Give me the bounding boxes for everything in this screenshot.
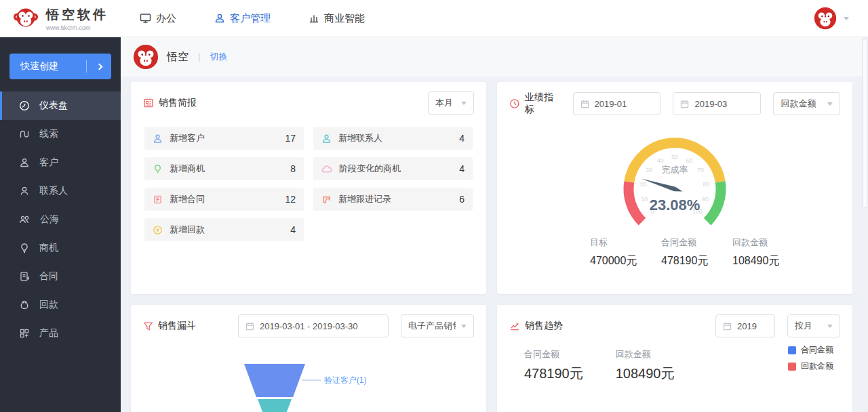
performance-card: 业绩指标 2019-01 2019-03 回款金额	[497, 82, 852, 294]
nav-item-business-intel[interactable]: 商业智能	[309, 12, 365, 25]
document-icon	[19, 271, 30, 282]
svg-text:50: 50	[671, 154, 678, 161]
calendar-icon	[680, 100, 689, 108]
sidebar-item-label: 仪表盘	[39, 100, 68, 112]
gauge-label: 完成率	[662, 165, 688, 175]
svg-text:60: 60	[686, 157, 692, 164]
stat-new-customers[interactable]: 新增客户 17	[144, 127, 304, 150]
sales-trend-card: 销售趋势 2019 按月 合同金额478190元 回款金额108490元	[497, 305, 852, 412]
contact-icon	[19, 186, 30, 197]
trend-contract-amount: 478190元	[524, 365, 583, 383]
quick-create-button[interactable]: 快速创建	[9, 54, 111, 79]
chevron-right-icon	[96, 63, 102, 70]
user-avatar	[814, 7, 837, 30]
nav-label: 办公	[156, 12, 176, 25]
department-select[interactable]: 电子产品销售:	[401, 314, 474, 337]
workspace-name: 悟空	[167, 50, 189, 64]
legend-payment-amount[interactable]: 回款金额	[788, 360, 833, 372]
wave-icon	[19, 129, 30, 140]
funnel-date-range-input[interactable]: 2019-03-01 - 2019-03-30	[238, 314, 389, 337]
calendar-icon	[245, 322, 254, 331]
workspace-header: 悟空 | 切换	[121, 37, 868, 77]
nav-item-customer-mgmt[interactable]: 客户管理	[214, 12, 271, 25]
gauge-arc-mid	[629, 143, 720, 182]
sidebar-item-contacts[interactable]: 联系人	[0, 177, 121, 205]
record-icon	[321, 194, 332, 205]
svg-text:90: 90	[702, 196, 709, 203]
svg-text:10: 10	[641, 196, 648, 203]
calendar-icon	[580, 100, 589, 108]
sidebar-item-label: 商机	[39, 242, 58, 254]
stat-stage-changed-opportunities[interactable]: 阶段变化的商机 4	[313, 157, 473, 180]
sales-brief-title: 销售简报	[143, 97, 197, 109]
group-by-select[interactable]: 按月	[787, 314, 840, 337]
money-bag-icon	[19, 300, 30, 310]
sidebar-item-products[interactable]: 产品	[0, 319, 121, 348]
funnel-icon	[143, 321, 153, 331]
person-icon	[214, 13, 225, 24]
sidebar-item-pool[interactable]: 公海	[0, 205, 121, 234]
svg-text:80: 80	[703, 181, 709, 188]
period-select[interactable]: 本月	[428, 91, 474, 115]
funnel-chart: 验证客户(1)	[131, 363, 486, 412]
bulb-icon	[153, 164, 163, 174]
sidebar-item-opportunities[interactable]: 商机	[0, 234, 121, 262]
clock-icon	[509, 98, 520, 109]
sidebar-item-label: 公海	[40, 213, 59, 226]
trend-up-icon	[509, 321, 520, 331]
monkey-logo-icon	[12, 5, 39, 32]
performance-title: 业绩指标	[509, 91, 562, 116]
year-input[interactable]: 2019	[715, 314, 775, 337]
stat-new-opportunities[interactable]: 新增商机 8	[144, 157, 304, 180]
funnel-stage-2	[258, 399, 292, 412]
grid-icon	[19, 328, 30, 339]
bar-chart-icon	[309, 13, 319, 24]
sidebar: 快速创建 仪表盘 线索 客户 联系人 公海	[0, 37, 121, 412]
gauge-arc-high	[707, 182, 721, 222]
caret-down-icon	[827, 325, 833, 328]
sidebar-item-contracts[interactable]: 合同	[0, 262, 121, 291]
payment-amount-value: 108490元	[732, 254, 804, 268]
svg-text:20: 20	[640, 181, 647, 188]
contact-icon	[321, 133, 332, 144]
stat-new-followups[interactable]: 新增跟进记录 6	[313, 188, 473, 211]
scrollbar-thumb[interactable]	[863, 39, 867, 208]
metric-select[interactable]: 回款金额	[773, 92, 840, 115]
nav-item-office[interactable]: 办公	[140, 12, 176, 25]
trend-title: 销售趋势	[509, 320, 563, 332]
gauge-needle	[641, 179, 682, 192]
stat-new-contacts[interactable]: 新增联系人 4	[313, 127, 473, 150]
date-to-input[interactable]: 2019-03	[673, 92, 761, 115]
nav-label: 商业智能	[324, 12, 365, 25]
date-from-input[interactable]: 2019-01	[573, 92, 661, 115]
sidebar-item-leads[interactable]: 线索	[0, 120, 121, 148]
top-nav: 办公 客户管理 商业智能	[140, 12, 365, 25]
stat-new-contracts[interactable]: 新增合同 12	[144, 188, 304, 211]
stat-new-payments[interactable]: 新增回款 4	[144, 218, 304, 241]
quick-create-expand[interactable]	[87, 64, 111, 69]
caret-down-icon	[827, 102, 833, 106]
sidebar-item-dashboard[interactable]: 仪表盘	[0, 91, 121, 120]
calendar-icon	[723, 322, 732, 331]
trend-legend: 合同金额 回款金额	[788, 344, 833, 372]
person-icon	[19, 157, 30, 168]
caret-down-icon	[461, 325, 467, 328]
legend-contract-amount[interactable]: 合同金额	[788, 344, 833, 356]
svg-text:40: 40	[657, 157, 664, 164]
user-menu[interactable]	[814, 7, 868, 30]
sidebar-item-customers[interactable]: 客户	[0, 148, 121, 177]
completion-gauge: 0 10 20 30 40 50 60 70 80 90 100 完成率 23.…	[497, 129, 852, 245]
sidebar-item-payments[interactable]: 回款	[0, 291, 121, 319]
scrollbar-track	[862, 37, 868, 412]
bulb-icon	[19, 243, 30, 253]
sales-funnel-card: 销售漏斗 2019-03-01 - 2019-03-30 电子产品销售:	[131, 305, 486, 412]
switch-workspace-link[interactable]: 切换	[210, 51, 228, 63]
gauge-arc-low	[629, 182, 642, 222]
brand-logo[interactable]: 悟空软件 www.5kcrm.com	[0, 5, 122, 32]
funnel-stage-label: 验证客户(1)	[324, 375, 367, 385]
sidebar-item-label: 回款	[39, 299, 58, 311]
sidebar-item-label: 合同	[39, 270, 58, 283]
legend-swatch-blue	[788, 346, 796, 354]
sidebar-item-label: 产品	[39, 327, 58, 339]
funnel-stage-1	[244, 364, 305, 397]
